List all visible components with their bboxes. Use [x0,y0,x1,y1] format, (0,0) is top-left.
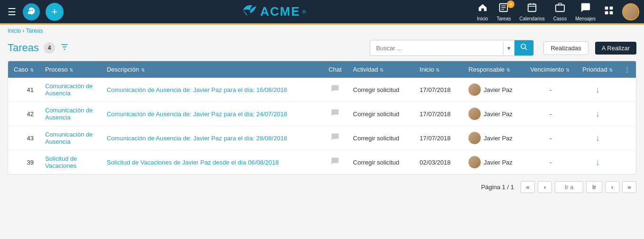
svg-rect-12 [610,7,613,10]
page-count: 4 [44,42,55,54]
top-nav: ☰ + ACME ® [0,0,644,25]
th-caso[interactable]: Caso ⇅ [8,61,39,78]
brand-name: ACME [260,4,300,19]
responsable-avatar [468,132,481,144]
search-input[interactable] [370,42,503,55]
cell-inicio: 17/07/2018 [414,102,463,126]
table-row[interactable]: 41 Comunicación de Ausencia Comunicación… [8,78,636,102]
avatar-image [623,4,638,19]
cell-chat[interactable] [323,102,347,126]
responsable-avatar [468,83,481,96]
cell-descripcion[interactable]: Comunicación de Ausencia de: Javier Paz … [101,126,323,150]
hamburger-icon[interactable]: ☰ [5,3,19,20]
cell-proceso[interactable]: Comunicación de Ausencia [39,102,101,126]
realizadas-button[interactable]: Realizadas [543,41,588,55]
table-header-row: Caso ⇅ Proceso ⇅ Descripción ⇅ Chat Acti… [8,61,636,78]
responsable-avatar [468,156,481,168]
nav-item-calendarios-label: Calendarios [519,16,544,21]
cell-proceso[interactable]: Solicitud de Vacaciones [39,150,101,175]
avatar[interactable] [622,3,639,20]
add-button[interactable]: + [46,3,64,21]
a-realizar-button[interactable]: A Realizar [595,42,636,55]
th-inicio[interactable]: Inicio ⇅ [414,61,463,78]
sort-proceso-icon: ⇅ [69,67,73,73]
nav-item-casos[interactable]: Casos [553,2,567,21]
search-dropdown-button[interactable]: ▾ [503,42,514,55]
cell-inicio: 02/03/2018 [414,150,463,175]
cell-chat[interactable] [323,78,347,102]
nav-item-inicio-label: Inicio [477,16,488,21]
cell-inicio: 17/07/2018 [414,78,463,102]
sort-inicio-icon: ⇅ [436,67,439,73]
cell-caso: 41 [8,78,39,102]
cell-descripcion[interactable]: Solicitud de Vacaciones de Javier Paz de… [101,150,323,175]
pagination-last-button[interactable]: » [622,181,636,193]
nav-logo-icon[interactable] [23,3,40,20]
th-descripcion[interactable]: Descripción ⇅ [101,61,323,78]
svg-point-1 [31,9,33,10]
cell-chat[interactable] [323,150,347,175]
cell-proceso[interactable]: Comunicación de Ausencia [39,78,101,102]
pagination-next-button[interactable]: › [605,181,619,193]
pagination-goto-input[interactable] [555,181,583,193]
responsable-name: Javier Paz [484,86,513,93]
svg-rect-14 [610,11,613,15]
cell-options [618,78,636,102]
table-row[interactable]: 39 Solicitud de Vacaciones Solicitud de … [8,150,636,175]
pagination-info: Página 1 / 1 [481,184,514,191]
nav-item-calendarios[interactable]: Calendarios [519,2,544,21]
cell-actividad: Corregir solicitud [347,102,414,126]
responsable-name: Javier Paz [484,135,513,142]
pagination-go-button[interactable]: Ir [586,181,602,193]
th-actividad[interactable]: Actividad ⇅ [347,61,414,78]
sort-caso-icon: ⇅ [30,67,34,73]
svg-rect-11 [605,7,608,10]
nav-brand: ACME ® [239,1,306,22]
responsable-name: Javier Paz [484,110,513,118]
th-options[interactable]: ⋮ [618,61,636,78]
th-responsable[interactable]: Responsable ⇅ [463,61,524,78]
svg-point-0 [29,9,31,11]
th-prioridad[interactable]: Prioridad ⇅ [577,61,618,78]
cell-responsable: Javier Paz [463,150,524,175]
cell-prioridad: ↓ [577,150,618,175]
cell-caso: 43 [8,126,39,150]
tareas-badge: 4 [507,0,514,8]
calendarios-icon [527,2,537,15]
cell-responsable: Javier Paz [463,102,524,126]
cell-proceso[interactable]: Comunicación de Ausencia [39,126,101,150]
table-row[interactable]: 43 Comunicación de Ausencia Comunicación… [8,126,636,150]
nav-item-mensajes[interactable]: Mensajes [575,2,596,21]
th-chat[interactable]: Chat [323,61,347,78]
casos-icon [555,2,565,15]
tasks-table: Caso ⇅ Proceso ⇅ Descripción ⇅ Chat Acti… [8,61,636,174]
cell-vencimiento: - [524,102,577,126]
svg-rect-13 [605,11,608,15]
svg-rect-6 [528,4,536,11]
sort-prio-icon: ⇅ [609,67,613,73]
pagination-first-button[interactable]: « [521,181,535,193]
cell-descripcion[interactable]: Comunicación de Ausencia de: Javier Paz … [101,102,323,126]
cell-chat[interactable] [323,126,347,150]
cell-actividad: Corregir solicitud [347,126,414,150]
nav-item-tareas[interactable]: 4 Tareas [496,2,511,21]
th-vencimiento[interactable]: Vencimiento ⇅ [524,61,577,78]
th-proceso[interactable]: Proceso ⇅ [39,61,101,78]
cell-options [618,126,636,150]
table-row[interactable]: 42 Comunicación de Ausencia Comunicación… [8,102,636,126]
filter-icon[interactable] [60,42,69,54]
grid-icon[interactable] [604,6,614,18]
search-container: ▾ [370,40,534,56]
search-button[interactable] [514,40,533,55]
cell-prioridad: ↓ [577,78,618,102]
breadcrumb-tareas[interactable]: Tareas [26,28,43,34]
cell-options [618,102,636,126]
tasks-table-container: Caso ⇅ Proceso ⇅ Descripción ⇅ Chat Acti… [8,61,636,175]
pagination-prev-button[interactable]: ‹ [538,181,552,193]
cell-caso: 42 [8,102,39,126]
breadcrumb-inicio[interactable]: Inicio [8,28,21,34]
cell-descripcion[interactable]: Comunicación de Ausencia de: Javier Paz … [101,78,323,102]
cell-prioridad: ↓ [577,126,618,150]
breadcrumb: Inicio › Tareas [0,25,644,37]
nav-item-inicio[interactable]: Inicio [477,2,488,21]
